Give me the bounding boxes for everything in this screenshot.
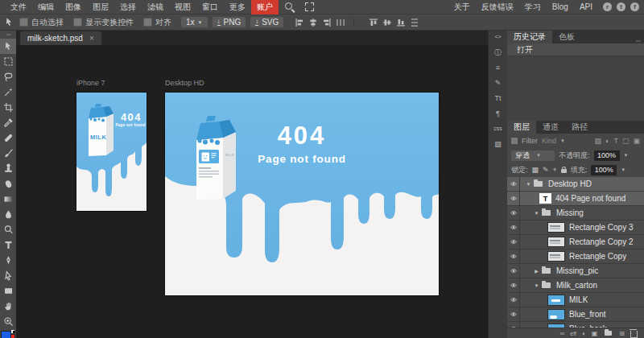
facebook-icon[interactable]: f bbox=[630, 2, 639, 11]
filter-smart-icon[interactable]: ▣ bbox=[633, 137, 640, 145]
move-tool[interactable] bbox=[0, 39, 16, 54]
layer-mask-icon[interactable]: ▣ bbox=[592, 330, 598, 337]
align-right-button[interactable] bbox=[322, 18, 332, 27]
layer-row-rectangle-copy[interactable]: Rectangle Copy bbox=[507, 249, 644, 264]
twitter-icon[interactable]: t bbox=[617, 2, 625, 11]
document-tab[interactable]: milk-sketch.psd × bbox=[20, 31, 101, 45]
rectangle-tool[interactable] bbox=[0, 283, 16, 299]
filter-kind-dropdown[interactable]: Kind bbox=[542, 137, 556, 145]
layer-thumbnail[interactable] bbox=[547, 222, 565, 233]
type-tool[interactable] bbox=[0, 237, 16, 253]
properties-icon[interactable]: ≡ bbox=[496, 64, 500, 72]
menu-item-file[interactable]: 文件 bbox=[5, 0, 32, 14]
visibility-toggle[interactable] bbox=[507, 177, 520, 191]
blend-mode-dropdown[interactable]: 穿透 ▼ bbox=[511, 150, 555, 161]
show-transform-checkbox[interactable]: 显示变换控件 bbox=[73, 17, 134, 28]
menu-item-layer[interactable]: 图层 bbox=[87, 0, 114, 14]
menu-item-edit[interactable]: 编辑 bbox=[32, 0, 60, 14]
filter-shape-icon[interactable]: ▢ bbox=[622, 137, 630, 145]
marquee-select-tool[interactable] bbox=[0, 54, 16, 69]
lasso-tool[interactable] bbox=[0, 69, 16, 84]
foreground-color-swatch[interactable] bbox=[1, 331, 11, 338]
layer-effects-icon[interactable]: eff bbox=[570, 331, 576, 336]
align-bottom-button[interactable] bbox=[396, 18, 406, 27]
tab-history[interactable]: 历史记录 bbox=[507, 31, 552, 43]
spot-heal-tool[interactable] bbox=[0, 130, 16, 146]
layer-row-milk-carton[interactable]: ▼ Milk_carton bbox=[507, 278, 644, 293]
chevron-down-icon[interactable]: ▼ bbox=[624, 153, 629, 158]
artboard-label-desktop-hd[interactable]: Desktop HD bbox=[165, 79, 204, 87]
css-panel-icon[interactable]: css bbox=[493, 125, 502, 133]
auto-select-checkbox[interactable]: 自动选择 bbox=[19, 17, 64, 28]
opacity-value[interactable]: 100% bbox=[594, 150, 620, 161]
layer-row-missing[interactable]: ▼ Missing bbox=[507, 206, 644, 221]
history-entry-open[interactable]: 打开 bbox=[507, 43, 644, 56]
lock-all-icon[interactable] bbox=[561, 169, 567, 173]
menu-item-window[interactable]: 窗口 bbox=[196, 0, 224, 14]
fill-value[interactable]: 100% bbox=[591, 165, 617, 175]
info-icon[interactable]: ⓘ bbox=[494, 48, 502, 56]
hand-tool[interactable] bbox=[0, 299, 16, 314]
distribute-horizontal-button[interactable] bbox=[336, 18, 345, 27]
layer-thumbnail[interactable] bbox=[547, 295, 565, 306]
chevron-down-icon[interactable]: ▼ bbox=[533, 211, 540, 216]
filter-pixel-icon[interactable]: ▨ bbox=[595, 137, 602, 145]
export-png-button[interactable]: ↓PNG bbox=[213, 17, 246, 27]
tab-channels[interactable]: 通道 bbox=[536, 121, 565, 134]
account-button[interactable]: 账户 bbox=[251, 0, 279, 14]
artboard-label-iphone7[interactable]: iPhone 7 bbox=[76, 79, 105, 87]
visibility-toggle[interactable] bbox=[507, 221, 520, 234]
filter-checkbox[interactable] bbox=[511, 138, 518, 144]
magic-wand-tool[interactable] bbox=[0, 84, 16, 100]
color-swatches[interactable] bbox=[1, 330, 15, 338]
image-panel-icon[interactable]: ▨ bbox=[494, 140, 502, 148]
toolbar-collapse-icon[interactable]: > < bbox=[6, 31, 10, 39]
lock-transparency-icon[interactable]: ▦ bbox=[532, 166, 539, 174]
link-layers-icon[interactable]: ∞ bbox=[560, 330, 565, 337]
artboard-desktop-hd[interactable]: MILK 404 Page not found bbox=[165, 93, 439, 295]
chevron-right-icon[interactable]: ▶ bbox=[533, 268, 540, 274]
menu-item-select[interactable]: 选择 bbox=[114, 0, 142, 14]
visibility-toggle[interactable] bbox=[507, 264, 520, 278]
layer-row-blue-front[interactable]: Blue_front bbox=[507, 307, 644, 322]
export-svg-button[interactable]: ↓SVG bbox=[250, 17, 283, 27]
scale-dropdown[interactable]: 1x▼ bbox=[181, 17, 208, 27]
menu-item-filter[interactable]: 滤镜 bbox=[142, 0, 169, 14]
filter-adjustment-icon[interactable]: ◐ bbox=[605, 137, 609, 145]
menu-api[interactable]: API bbox=[574, 0, 598, 14]
layer-thumbnail[interactable] bbox=[547, 309, 565, 320]
blur-tool[interactable] bbox=[0, 207, 16, 222]
panel-collapse-icon[interactable]: > < bbox=[635, 35, 644, 43]
menu-about[interactable]: 关于 bbox=[448, 0, 476, 14]
distribute-vertical-button[interactable] bbox=[410, 18, 419, 27]
brush-settings-icon[interactable]: ✎ bbox=[495, 79, 502, 87]
visibility-toggle[interactable] bbox=[507, 307, 520, 321]
text-layer-thumbnail[interactable]: T bbox=[539, 193, 551, 204]
layer-row-missing-pic[interactable]: ▶ Missing_pic bbox=[507, 264, 644, 278]
visibility-toggle[interactable] bbox=[507, 206, 520, 220]
tab-swatches[interactable]: 色板 bbox=[552, 31, 581, 43]
smudge-tool[interactable] bbox=[0, 176, 16, 192]
fullscreen-icon[interactable] bbox=[305, 2, 314, 11]
eyedropper-tool[interactable] bbox=[0, 115, 16, 130]
path-select-tool[interactable] bbox=[0, 268, 16, 283]
close-icon[interactable]: × bbox=[89, 35, 94, 43]
layer-thumbnail[interactable] bbox=[547, 251, 565, 262]
chevron-down-icon[interactable]: ▼ bbox=[621, 167, 625, 172]
visibility-toggle[interactable] bbox=[507, 192, 520, 205]
adjustment-layer-icon[interactable]: ◐ bbox=[582, 330, 586, 337]
layer-row-milk[interactable]: MILK bbox=[507, 293, 644, 307]
new-group-icon[interactable] bbox=[605, 331, 612, 336]
canvas-area[interactable]: iPhone 7 MILK 404 Page not found Desktop… bbox=[16, 45, 488, 338]
pen-tool[interactable] bbox=[0, 253, 16, 268]
tab-paths[interactable]: 路径 bbox=[565, 121, 594, 134]
artboard-iphone7[interactable]: MILK 404 Page not found bbox=[76, 93, 147, 211]
menu-blog[interactable]: Blog bbox=[547, 0, 574, 14]
menu-report-bug[interactable]: 反馈错误 bbox=[476, 0, 519, 14]
snap-checkbox[interactable]: 对齐 bbox=[143, 17, 171, 28]
lock-position-icon[interactable]: + bbox=[553, 166, 557, 174]
tab-layers[interactable]: 图层 bbox=[507, 121, 536, 134]
new-layer-icon[interactable]: ⊞ bbox=[619, 330, 625, 337]
strip-collapse-icon[interactable]: <> bbox=[494, 33, 501, 41]
layer-thumbnail[interactable] bbox=[547, 237, 565, 247]
